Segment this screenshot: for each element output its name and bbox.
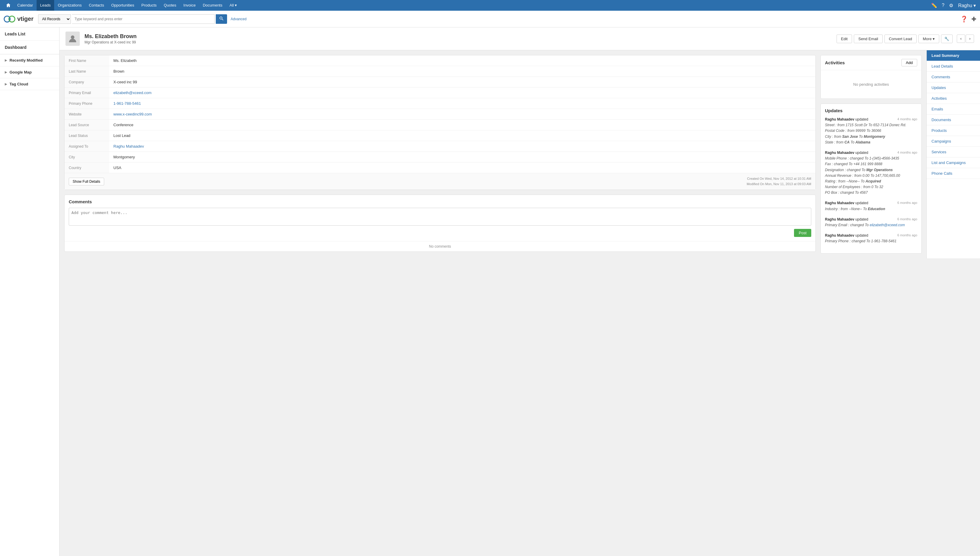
help-icon[interactable]: ? — [941, 2, 946, 9]
sidebar-google-map[interactable]: ▶ Google Map — [0, 66, 59, 78]
comment-input[interactable] — [69, 208, 811, 226]
nav-organizations[interactable]: Organizations — [54, 0, 85, 11]
svg-point-4 — [71, 36, 74, 39]
update-item-2: Raghu Mahaadev updated 4 months ago Mobi… — [825, 150, 917, 196]
sidebar-recently-modified[interactable]: ▶ Recently Modified — [0, 55, 59, 66]
nav-contacts[interactable]: Contacts — [85, 0, 107, 11]
chevron-icon-2: ▶ — [5, 71, 7, 74]
nav-all[interactable]: All ▾ — [226, 0, 241, 11]
user-menu[interactable]: Raghu ▾ — [957, 2, 977, 10]
nav-leads[interactable]: Leads — [37, 0, 54, 11]
post-comment-button[interactable]: Post — [794, 229, 811, 237]
prev-record-button[interactable]: ‹ — [957, 34, 965, 43]
table-row: Lead Source Conference — [65, 120, 815, 130]
panel-services[interactable]: Services — [927, 147, 980, 157]
main-layout: Leads List Dashboard ▶ Recently Modified… — [0, 27, 980, 556]
inner-layout: First Name Ms. Elizabeth Last Name Brown… — [60, 50, 980, 259]
table-row: Primary Phone 1-961-788-5461 — [65, 98, 815, 109]
panel-phone-calls[interactable]: Phone Calls — [927, 168, 980, 179]
card-footer: Show Full Details Created On Wed, Nov 14… — [65, 173, 815, 190]
search-input[interactable] — [72, 14, 215, 24]
nav-documents[interactable]: Documents — [199, 0, 226, 11]
nav-calendar[interactable]: Calendar — [14, 0, 37, 11]
panel-lead-details[interactable]: Lead Details — [927, 61, 980, 72]
sidebar-leads-list[interactable]: Leads List — [0, 27, 59, 41]
update-detail-4: Primary Email : changed To elizabeth@xce… — [825, 222, 917, 228]
nav-opportunities[interactable]: Opportunities — [108, 0, 138, 11]
panel-activities[interactable]: Activities — [927, 93, 980, 104]
search-filter-select[interactable]: All Records — [38, 14, 71, 24]
edit-button[interactable]: Edit — [836, 34, 852, 43]
update-header-2: Raghu Mahaadev updated 4 months ago — [825, 150, 917, 156]
nav-quotes[interactable]: Quotes — [160, 0, 180, 11]
phone-link[interactable]: 1-961-788-5461 — [113, 101, 141, 106]
header-add-icon[interactable]: ✚ — [971, 16, 977, 23]
panel-campaigns[interactable]: Campaigns — [927, 136, 980, 147]
panel-updates[interactable]: Updates — [927, 82, 980, 93]
nav-products[interactable]: Products — [138, 0, 160, 11]
search-button[interactable] — [216, 14, 227, 24]
settings-icon[interactable]: ⚙ — [948, 2, 954, 10]
field-label-email: Primary Email — [65, 87, 109, 98]
header-help-icon[interactable]: ❓ — [961, 16, 968, 23]
content-area: Ms. Elizabeth Brown Mgr Operations at X-… — [60, 27, 980, 556]
field-label-assigned-to: Assigned To — [65, 141, 109, 152]
updates-section: Updates Raghu Mahaadev updated 4 months … — [821, 104, 921, 253]
top-navigation: Calendar Leads Organizations Contacts Op… — [0, 0, 980, 11]
more-button[interactable]: More ▾ — [919, 34, 939, 43]
send-email-button[interactable]: Send Email — [854, 34, 882, 43]
update-header-1: Raghu Mahaadev updated 4 months ago — [825, 117, 917, 122]
table-row: Lead Status Lost Lead — [65, 130, 815, 141]
panel-products[interactable]: Products — [927, 125, 980, 136]
email-link[interactable]: elizabeth@xceed.com — [113, 91, 152, 95]
record-avatar — [65, 32, 80, 46]
field-label-website: Website — [65, 109, 109, 120]
comment-actions: Post — [69, 229, 811, 237]
comments-title: Comments — [69, 199, 811, 204]
update-email-link[interactable]: elizabeth@xceed.com — [870, 223, 905, 227]
show-full-details-button[interactable]: Show Full Details — [69, 178, 104, 186]
field-value-lead-source: Conference — [109, 120, 815, 130]
sidebar-tag-cloud-section: ▶ Tag Cloud — [0, 78, 59, 90]
update-time-2: 4 months ago — [897, 150, 917, 155]
panel-emails[interactable]: Emails — [927, 104, 980, 115]
field-value-email: elizabeth@xceed.com — [109, 87, 815, 98]
next-record-button[interactable]: › — [966, 34, 974, 43]
home-button[interactable] — [3, 0, 14, 11]
field-label-phone: Primary Phone — [65, 98, 109, 109]
field-label-company: Company — [65, 77, 109, 87]
updates-title: Updates — [825, 108, 917, 113]
update-detail-2: Mobile Phone : changed To 1-(345)-4566-3… — [825, 156, 917, 196]
panel-documents[interactable]: Documents — [927, 115, 980, 125]
record-subtitle: Mgr Operations at X-ceed inc 99 — [84, 40, 832, 44]
nav-arrows: ‹ › — [957, 34, 974, 43]
wrench-button[interactable]: 🔧 — [941, 34, 953, 43]
details-card: First Name Ms. Elizabeth Last Name Brown… — [64, 55, 816, 190]
field-value-assigned-to: Raghu Mahaadev — [109, 141, 815, 152]
updates-card: Updates Raghu Mahaadev updated 4 months … — [820, 103, 922, 254]
edit-icon[interactable]: ✏️ — [930, 2, 938, 10]
field-label-first-name: First Name — [65, 55, 109, 66]
panel-lead-summary[interactable]: Lead Summary — [927, 50, 980, 61]
sidebar-tag-cloud[interactable]: ▶ Tag Cloud — [0, 78, 59, 90]
advanced-search-link[interactable]: Advanced — [231, 17, 246, 21]
inner-content: First Name Ms. Elizabeth Last Name Brown… — [60, 50, 927, 259]
update-user-1: Raghu Mahaadev — [825, 117, 854, 121]
record-header: Ms. Elizabeth Brown Mgr Operations at X-… — [60, 27, 980, 50]
field-value-website: www.x-ceedinc99.com — [109, 109, 815, 120]
convert-lead-button[interactable]: Convert Lead — [885, 34, 917, 43]
sidebar-dashboard[interactable]: Dashboard — [0, 41, 59, 54]
assigned-link[interactable]: Raghu Mahaadev — [113, 144, 144, 149]
panel-list-campaigns[interactable]: List and Campaigns — [927, 157, 980, 168]
update-header-3: Raghu Mahaadev updated 6 months ago — [825, 200, 917, 206]
sidebar-dashboard-section: Dashboard — [0, 41, 59, 55]
nav-invoice[interactable]: Invoice — [180, 0, 199, 11]
panel-comments[interactable]: Comments — [927, 72, 980, 82]
table-row: First Name Ms. Elizabeth — [65, 55, 815, 66]
table-row: City Montgomery — [65, 152, 815, 163]
website-link[interactable]: www.x-ceedinc99.com — [113, 112, 152, 116]
field-label-lead-status: Lead Status — [65, 130, 109, 141]
activities-card: Activities Add No pending activities — [820, 55, 922, 99]
add-activity-button[interactable]: Add — [901, 59, 917, 66]
top-nav-right: ✏️ ? ⚙ Raghu ▾ — [930, 2, 977, 10]
